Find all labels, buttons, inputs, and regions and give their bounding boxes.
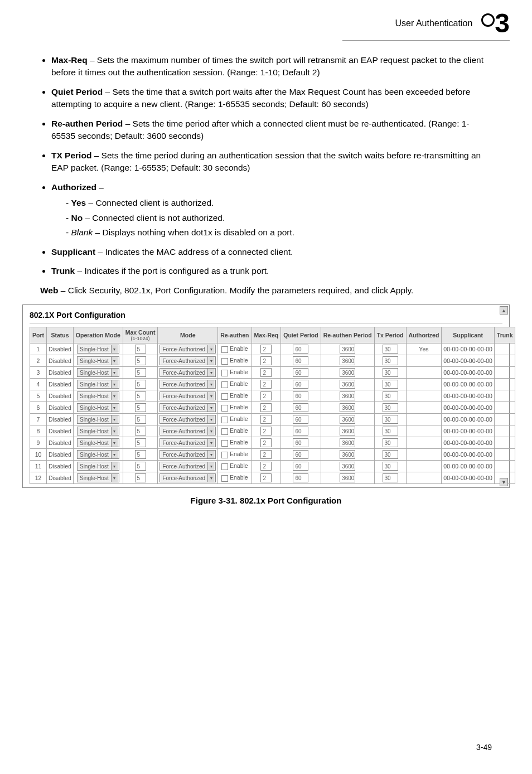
tx-period-input[interactable]: 30	[383, 356, 398, 365]
max-req-input[interactable]: 2	[260, 368, 272, 377]
mode-select[interactable]: Force-Authorized▾	[159, 427, 216, 436]
operation-mode-select[interactable]: Single-Host▾	[77, 368, 119, 377]
reauthen-period-input[interactable]: 3600	[340, 368, 355, 377]
max-count-input[interactable]: 5	[135, 380, 146, 389]
reauthen-checkbox[interactable]	[221, 440, 228, 447]
max-count-input[interactable]: 5	[135, 345, 146, 354]
operation-mode-select[interactable]: Single-Host▾	[77, 427, 119, 436]
reauthen-period-input[interactable]: 3600	[340, 427, 355, 436]
tx-period-input[interactable]: 30	[383, 450, 398, 459]
quiet-period-input[interactable]: 60	[293, 403, 308, 412]
bullet-item: Re-authen Period – Sets the time period …	[51, 118, 492, 143]
max-req-input[interactable]: 2	[260, 438, 272, 447]
max-req-input[interactable]: 2	[260, 462, 272, 471]
max-count-input[interactable]: 5	[135, 462, 146, 471]
mode-select[interactable]: Force-Authorized▾	[159, 403, 216, 412]
scroll-down-icon[interactable]: ▼	[500, 478, 508, 486]
operation-mode-select[interactable]: Single-Host▾	[77, 415, 119, 424]
tx-period-input[interactable]: 30	[383, 427, 398, 436]
reauthen-period-input[interactable]: 3600	[340, 380, 355, 389]
quiet-period-input[interactable]: 60	[293, 415, 308, 424]
quiet-period-input[interactable]: 60	[293, 473, 308, 482]
mode-select[interactable]: Force-Authorized▾	[159, 473, 216, 482]
reauthen-period-input[interactable]: 3600	[340, 403, 355, 412]
reauthen-period-input[interactable]: 3600	[340, 438, 355, 447]
quiet-period-input[interactable]: 60	[293, 356, 308, 365]
reauthen-checkbox[interactable]	[221, 346, 228, 353]
mode-select[interactable]: Force-Authorized▾	[159, 462, 216, 471]
max-count-input[interactable]: 5	[135, 356, 146, 365]
reauthen-checkbox[interactable]	[221, 358, 228, 365]
max-req-input[interactable]: 2	[260, 380, 272, 389]
max-count-input[interactable]: 5	[135, 438, 146, 447]
operation-mode-select[interactable]: Single-Host▾	[77, 438, 119, 447]
max-req-input[interactable]: 2	[260, 403, 272, 412]
max-req-input[interactable]: 2	[260, 450, 272, 459]
mode-select[interactable]: Force-Authorized▾	[159, 450, 216, 459]
max-req-input[interactable]: 2	[260, 356, 272, 365]
mode-select[interactable]: Force-Authorized▾	[159, 345, 216, 354]
tx-period-input[interactable]: 30	[383, 345, 398, 354]
operation-mode-select[interactable]: Single-Host▾	[77, 403, 119, 412]
reauthen-checkbox[interactable]	[221, 393, 228, 400]
max-req-input[interactable]: 2	[260, 345, 272, 354]
operation-mode-select[interactable]: Single-Host▾	[77, 380, 119, 389]
mode-select[interactable]: Force-Authorized▾	[159, 380, 216, 389]
max-count-input[interactable]: 5	[135, 450, 146, 459]
quiet-period-input[interactable]: 60	[293, 391, 308, 400]
tx-period-input[interactable]: 30	[383, 462, 398, 471]
operation-mode-select[interactable]: Single-Host▾	[77, 345, 119, 354]
max-count-input[interactable]: 5	[135, 391, 146, 400]
tx-period-input[interactable]: 30	[383, 473, 398, 482]
mode-select[interactable]: Force-Authorized▾	[159, 438, 216, 447]
max-count-input[interactable]: 5	[135, 368, 146, 377]
reauthen-period-input[interactable]: 3600	[340, 391, 355, 400]
tx-period-input[interactable]: 30	[383, 403, 398, 412]
max-req-input[interactable]: 2	[260, 391, 272, 400]
operation-mode-select[interactable]: Single-Host▾	[77, 450, 119, 459]
quiet-period-input[interactable]: 60	[293, 345, 308, 354]
mode-select[interactable]: Force-Authorized▾	[159, 356, 216, 365]
reauthen-checkbox[interactable]	[221, 463, 228, 470]
tx-period-input[interactable]: 30	[383, 368, 398, 377]
reauthen-checkbox[interactable]	[221, 475, 228, 482]
tx-period-input[interactable]: 30	[383, 391, 398, 400]
reauthen-checkbox[interactable]	[221, 370, 228, 376]
mode-select[interactable]: Force-Authorized▾	[159, 391, 216, 400]
quiet-period-input[interactable]: 60	[293, 368, 308, 377]
tx-period-input[interactable]: 30	[383, 415, 398, 424]
scroll-up-icon[interactable]: ▲	[500, 306, 508, 315]
mode-select[interactable]: Force-Authorized▾	[159, 415, 216, 424]
reauthen-period-input[interactable]: 3600	[340, 415, 355, 424]
max-req-input[interactable]: 2	[260, 473, 272, 482]
quiet-period-input[interactable]: 60	[293, 380, 308, 389]
quiet-period-input[interactable]: 60	[293, 427, 308, 436]
reauthen-period-input[interactable]: 3600	[340, 462, 355, 471]
operation-mode-select[interactable]: Single-Host▾	[77, 462, 119, 471]
quiet-period-input[interactable]: 60	[293, 450, 308, 459]
mode-select[interactable]: Force-Authorized▾	[159, 368, 216, 377]
operation-mode-select[interactable]: Single-Host▾	[77, 391, 119, 400]
operation-mode-select[interactable]: Single-Host▾	[77, 356, 119, 365]
reauthen-checkbox[interactable]	[221, 381, 228, 388]
reauthen-checkbox[interactable]	[221, 405, 228, 412]
reauthen-period-input[interactable]: 3600	[340, 345, 355, 354]
max-req-input[interactable]: 2	[260, 415, 272, 424]
tx-period-input[interactable]: 30	[383, 438, 398, 447]
column-header: Status	[47, 327, 74, 344]
reauthen-period-input[interactable]: 3600	[340, 356, 355, 365]
tx-period-input[interactable]: 30	[383, 380, 398, 389]
max-req-input[interactable]: 2	[260, 427, 272, 436]
max-count-input[interactable]: 5	[135, 427, 146, 436]
max-count-input[interactable]: 5	[135, 415, 146, 424]
reauthen-period-input[interactable]: 3600	[340, 450, 355, 459]
reauthen-checkbox[interactable]	[221, 452, 228, 458]
reauthen-checkbox[interactable]	[221, 417, 228, 423]
quiet-period-input[interactable]: 60	[293, 462, 308, 471]
max-count-input[interactable]: 5	[135, 473, 146, 482]
max-count-input[interactable]: 5	[135, 403, 146, 412]
reauthen-checkbox[interactable]	[221, 428, 228, 435]
operation-mode-select[interactable]: Single-Host▾	[77, 473, 119, 482]
quiet-period-input[interactable]: 60	[293, 438, 308, 447]
reauthen-period-input[interactable]: 3600	[340, 473, 355, 482]
